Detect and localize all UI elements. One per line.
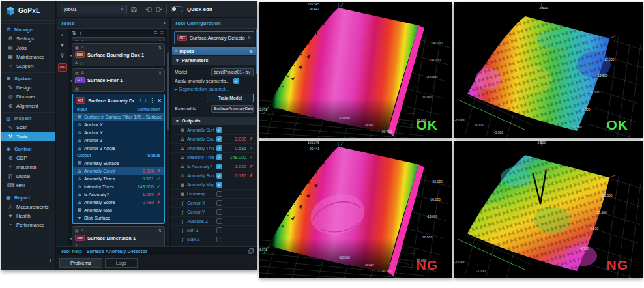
- send-to-sensor-icon[interactable]: [156, 7, 162, 12]
- config-output-row[interactable]: ƒ Center X: [171, 199, 257, 208]
- close-icon[interactable]: ✕: [157, 98, 162, 104]
- filter-icon[interactable]: ▼: [60, 42, 65, 48]
- sidebar-item-alignment[interactable]: ⊕ Alignment: [1, 102, 55, 111]
- tool-help-text[interactable]: Tool help - Surface Anomaly Detector: [61, 248, 245, 254]
- move-up-icon[interactable]: ↑: [139, 98, 141, 104]
- sidebar-item-hmi[interactable]: ⌨ HMI: [1, 181, 55, 190]
- sidebar-item-digital[interactable]: ∏ Digital: [1, 172, 55, 181]
- tab-problems[interactable]: Problems: [59, 258, 102, 268]
- config-output-row[interactable]: ▤ Anomaly Surface ✓: [171, 126, 257, 135]
- collapse-card-icon[interactable]: ⇅: [158, 45, 162, 50]
- sidebar-item-maintenance[interactable]: ▦ Maintenance: [1, 53, 55, 62]
- output-checkbox[interactable]: ✓: [216, 173, 222, 179]
- output-checkbox[interactable]: ✓: [216, 136, 222, 142]
- scan-view-ok-cylinder[interactable]: 105.34590.441-50.000-30.000-15.00010.000…: [259, 2, 452, 138]
- detector-output-row[interactable]: Δ Anomaly Score 0.780 ✗: [73, 198, 164, 206]
- external-id-input[interactable]: SurfaceAnomalyDetecto: [211, 105, 254, 113]
- output-checkbox[interactable]: ✓: [216, 145, 222, 151]
- config-output-row[interactable]: ƒ Average Z: [171, 217, 257, 226]
- detector-output-row[interactable]: Δ Anomaly Thres... 0.581 ✓: [73, 175, 164, 182]
- tool-card-surface-bounding-box[interactable]: ◂ ▦Δ⇅ BBXSurface Bounding Box 1 Δ∷: [72, 43, 165, 66]
- detector-output-row[interactable]: ▼ Blob Surface: [73, 214, 164, 222]
- output-checkbox[interactable]: [216, 237, 222, 242]
- sidebar-item-discover[interactable]: ◎ Discover: [1, 93, 55, 102]
- tar-button[interactable]: TAR: [58, 63, 67, 72]
- sidebar-item-health[interactable]: ♥ Health: [1, 212, 55, 221]
- tab-logs[interactable]: Logs: [105, 258, 138, 268]
- search-icon[interactable]: ⚲: [61, 53, 65, 59]
- sidebar-item-performance[interactable]: ◔ Performance: [1, 221, 55, 230]
- sidebar-item-scan[interactable]: ∿ Scan: [1, 123, 55, 132]
- detector-input-row[interactable]: Δ Anchor Z Angle: [73, 144, 164, 152]
- detector-input-row[interactable]: Δ Anchor Y: [73, 128, 164, 136]
- sidebar-item-jobs[interactable]: ▤ Jobs: [1, 44, 55, 53]
- collapse-card-icon[interactable]: ⇅: [158, 70, 162, 75]
- detail-view-icon[interactable]: ≡: [160, 30, 164, 36]
- output-checkbox[interactable]: [216, 209, 222, 215]
- config-output-row[interactable]: Δ Intensity Threshold ✓ 148.000 ✓: [171, 153, 257, 162]
- parameters-section-bar[interactable]: ∨ Parameters: [172, 56, 256, 65]
- output-checkbox[interactable]: [216, 200, 222, 206]
- detector-output-row[interactable]: ▩ Anomaly Map: [73, 206, 164, 214]
- detector-output-row[interactable]: Δ Intensity Thres... 148.000 ✓: [73, 182, 164, 190]
- apply-anomaly-checkbox[interactable]: ✓: [233, 78, 239, 84]
- output-checkbox[interactable]: [216, 218, 222, 224]
- popout-icon[interactable]: [248, 248, 254, 254]
- config-output-row[interactable]: ƒ Max Z: [171, 235, 257, 244]
- sidebar-item-gdp[interactable]: ⊚ GDP: [1, 154, 55, 163]
- collapse-panel-icon[interactable]: ‹: [164, 18, 166, 29]
- inputs-section-bar[interactable]: › Inputs ⇅: [172, 47, 256, 55]
- detector-output-row[interactable]: ▤ Anomaly Surface: [73, 159, 164, 167]
- move-down-icon[interactable]: ↓: [144, 98, 147, 104]
- scan-view-ng-cylinder[interactable]: 105.34590.441-50.000-30.000-15.00010.000…: [259, 141, 452, 278]
- expand-strip-icon[interactable]: ›: [61, 32, 63, 38]
- job-select[interactable]: job01 ∨: [61, 5, 127, 14]
- config-output-row[interactable]: Δ Is Anomaly? ✓ 1.000 ✗: [171, 162, 257, 171]
- config-output-row[interactable]: ƒ Center Y: [171, 208, 257, 217]
- outputs-section-bar[interactable]: ∨ Outputs: [172, 117, 256, 125]
- sidebar-item-design[interactable]: ✎ Design: [1, 83, 55, 93]
- sidebar-collapse-icon[interactable]: ‹: [50, 257, 51, 264]
- config-output-row[interactable]: Δ Anomaly Threshold ✓ 0.581 ✓: [171, 144, 257, 153]
- train-model-button[interactable]: Train Model: [207, 94, 254, 102]
- output-checkbox[interactable]: [216, 227, 222, 233]
- config-output-row[interactable]: Δ Anomaly Count ✓ 2.000 ✗: [171, 135, 257, 144]
- detector-output-row[interactable]: Δ Is Anomaly? 1.000 ✗: [73, 190, 164, 198]
- scan-view-ng-textured[interactable]: -2.500-22.500-13.500-4.5004.500-15.000-3…: [454, 141, 643, 278]
- detector-input-row[interactable]: Δ Anchor X: [73, 121, 164, 128]
- load-from-sensor-icon[interactable]: [145, 7, 152, 12]
- output-checkbox[interactable]: ✓: [216, 182, 222, 188]
- tool-card-surface-dimension[interactable]: ◂ ▤Δ⇅ DIMSurface Dimension 1 Δ: [72, 226, 165, 246]
- sidebar-item-industrial[interactable]: ⚡ Industrial: [1, 163, 55, 172]
- scan-view-ok-textured[interactable]: -2.500-22.500-13.500-4.5004.50013.500-15…: [454, 2, 643, 138]
- output-checkbox[interactable]: ✓: [216, 127, 222, 133]
- collapse-card-icon[interactable]: ⇅: [158, 228, 162, 233]
- sidebar-item-measurements[interactable]: △ Measurements: [1, 203, 55, 212]
- detector-input-row[interactable]: ▤ Surface Input Surface Filter 1/R... Su…: [73, 113, 164, 121]
- tools-scrollbar[interactable]: [167, 29, 169, 246]
- config-scrollbar[interactable]: [256, 29, 257, 246]
- save-job-icon[interactable]: [131, 7, 137, 12]
- tool-card-surface-anomaly-detector[interactable]: ADT Surface Anomaly Detector 1 ↑ ↓ ⋮ ✕ I…: [72, 94, 165, 224]
- sidebar-item-settings[interactable]: ⚙ Settings: [1, 35, 55, 44]
- quick-edit-toggle[interactable]: [171, 6, 183, 12]
- list-view-icon[interactable]: ≡: [154, 30, 158, 36]
- output-checkbox[interactable]: [216, 191, 222, 197]
- detector-output-row[interactable]: Δ Anomaly Count 2.000 ✗: [73, 167, 164, 175]
- sidebar-item-support[interactable]: ? Support: [1, 62, 55, 71]
- fit-icon[interactable]: ↨: [80, 30, 82, 36]
- sort-icon[interactable]: ⇅: [72, 30, 76, 36]
- tool-card-partial[interactable]: ▦Δ∨: [72, 37, 165, 41]
- sidebar-item-tools[interactable]: ⚒ Tools: [1, 132, 55, 141]
- output-checkbox[interactable]: ✓: [216, 164, 222, 169]
- more-options-icon[interactable]: ⋮: [149, 98, 154, 104]
- config-output-row[interactable]: Δ Anomaly Score ✓ 0.780 ✗: [171, 171, 257, 180]
- tool-selector[interactable]: ADT Surface Anomaly Detector 1 ∨: [174, 31, 254, 44]
- model-select[interactable]: bevelProject01 - bev... ∨: [211, 68, 254, 76]
- detector-input-row[interactable]: Δ Anchor Z: [73, 136, 164, 144]
- tool-card-surface-filter[interactable]: ◂ ▤Δ⇅ FLTSurface Filter 1 ▤: [72, 68, 165, 92]
- segmentation-parameters-link[interactable]: ▸ Segmentation paramet...: [175, 85, 254, 93]
- config-output-row[interactable]: ▩ Heatmap: [171, 190, 257, 199]
- output-checkbox[interactable]: ✓: [216, 154, 222, 160]
- config-output-row[interactable]: ▩ Anomaly Map ✓: [171, 180, 257, 190]
